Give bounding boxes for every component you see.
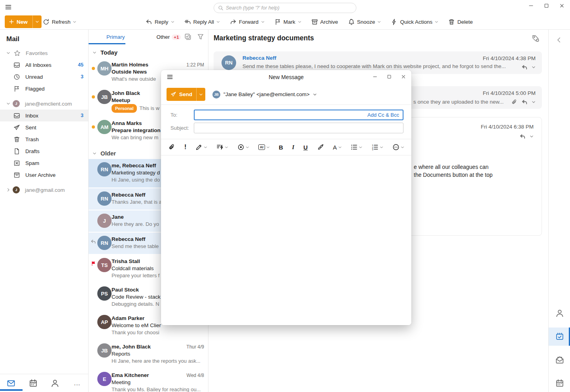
font-style-button[interactable]: A [333,144,341,151]
message-date: Fri 4/10/2024 6:38 PM [481,124,534,130]
bold-button[interactable]: B [279,144,283,151]
ai-assistant-button[interactable]: AI [258,144,270,150]
agenda-button[interactable] [549,328,570,346]
filter-icon[interactable] [197,33,204,40]
message-body-text: e where all our colleagues can [414,164,489,170]
mail-icon [7,379,15,388]
snooze-button[interactable]: Snooze [348,19,381,25]
search-input[interactable] [226,5,352,11]
sidebar-item-spam[interactable]: Spam [0,157,88,169]
sidebar-item-all-inboxes[interactable]: All Inboxes 45 [0,59,88,71]
message-date: Fri 4/10/2024 5:00 PM [483,90,536,96]
reply-button[interactable]: Reply [146,19,174,25]
message-subject: Reports [112,350,205,358]
chevron-down-icon[interactable] [532,65,536,69]
calendar-panel-button[interactable] [549,374,570,392]
subject-field[interactable] [194,123,403,133]
importance-button[interactable]: ! [184,143,187,151]
minimize-icon[interactable] [373,74,377,79]
reply-icon[interactable] [519,133,526,140]
nav-mail-button[interactable] [0,379,22,388]
compose-menu-icon[interactable] [167,74,173,80]
nav-calendar-button[interactable] [22,379,44,388]
collapse-panel-icon[interactable] [556,37,562,43]
add-tag-icon[interactable] [532,34,540,42]
tab-other[interactable]: Other [157,34,170,40]
close-icon[interactable] [559,3,564,8]
sidebar-item-flagged[interactable]: Flagged [0,83,88,95]
maximize-icon[interactable] [544,3,549,8]
nav-contacts-button[interactable] [44,379,66,388]
reply-icon[interactable] [521,99,528,105]
format-painter-button[interactable] [317,144,324,151]
app-menu-icon[interactable] [5,4,12,10]
maximize-icon[interactable] [387,74,392,79]
sidebar-account-emclient[interactable]: J jane@emclient.com [0,98,88,110]
to-input[interactable] [195,110,367,119]
exclamation-icon: ! [184,143,187,151]
search-box[interactable] [214,3,356,13]
window-controls [528,3,564,8]
attachments-button[interactable] [549,351,570,369]
sidebar-favorites-header[interactable]: Favorites [0,47,88,59]
send-dropdown[interactable] [196,88,205,101]
quick-text-button[interactable] [216,144,228,151]
chevron-down-icon [380,146,383,149]
chevron-down-icon[interactable] [530,134,534,138]
italic-button[interactable]: I [292,144,294,151]
message-actions: Reply Reply All Forward Mark Archive Sno… [146,14,473,30]
list-item[interactable]: E Wed 4/8 Ema Kitchener Meeting Thank yo… [89,369,208,392]
reply-icon[interactable] [521,64,528,70]
signature-button[interactable] [195,144,207,151]
folder-label: User Archive [25,172,56,178]
subject-input[interactable] [194,123,403,133]
sidebar-item-drafts[interactable]: Drafts [0,145,88,157]
send-button[interactable]: Send [167,88,205,101]
from-selector[interactable]: JB "Jane Bailey" <jane@emclient.com> [212,91,317,98]
sidebar-item-user-archive[interactable]: User Archive [0,169,88,181]
tracking-button[interactable] [237,144,249,151]
font-icon: A [333,144,337,151]
refresh-button[interactable]: Refresh [43,19,76,25]
more-formatting-button[interactable] [392,144,404,151]
select-messages-icon[interactable] [184,33,191,40]
contact-details-button[interactable] [549,304,570,322]
reply-all-button[interactable]: Reply All [184,19,220,25]
message-preview: Send me these tables please, I need to c… [242,63,506,69]
chevron-down-icon [377,20,381,24]
new-dropdown[interactable] [32,15,42,28]
sidebar-item-unread[interactable]: Unread 3 [0,71,88,83]
chevron-down-icon [171,20,174,24]
archive-button[interactable]: Archive [311,19,338,25]
sidebar-item-inbox[interactable]: Inbox 3 [0,110,88,121]
folder-label: Flagged [25,86,45,92]
forward-button[interactable]: Forward [230,19,265,25]
snooze-bell-icon [348,19,355,25]
compose-body[interactable] [161,155,411,325]
nav-more-button[interactable]: ... [66,380,88,387]
folder-label: Drafts [25,148,40,154]
sidebar-item-trash[interactable]: Trash [0,133,88,145]
chevron-down-icon[interactable] [532,100,536,104]
underline-button[interactable]: U [303,144,308,151]
delete-button[interactable]: Delete [448,19,473,25]
titlebar [0,0,570,14]
replied-arrow-icon [91,239,96,244]
chevron-down-icon [6,51,10,55]
quick-actions-button[interactable]: Quick Actions [391,19,438,25]
attach-button[interactable] [168,144,175,151]
avatar: J [13,100,20,107]
sidebar-account-gmail[interactable]: J jane@gmail.com [0,184,88,196]
numbered-list-button[interactable]: 123 [371,144,383,151]
bullet-list-button[interactable] [350,144,362,151]
list-item[interactable]: JB Thur 4/9 me, John Black Reports Hi Ja… [89,340,208,369]
add-cc-bcc-link[interactable]: Add Cc & Bcc [367,112,403,118]
new-button[interactable]: New [5,15,42,28]
to-field[interactable]: Add Cc & Bcc [194,110,403,120]
mark-button[interactable]: Mark [275,19,301,25]
close-icon[interactable] [401,74,406,79]
minimize-icon[interactable] [528,3,534,8]
tab-primary[interactable]: Primary [106,34,125,40]
sidebar-item-sent[interactable]: Sent [0,121,88,133]
section-today[interactable]: Today [89,44,208,58]
